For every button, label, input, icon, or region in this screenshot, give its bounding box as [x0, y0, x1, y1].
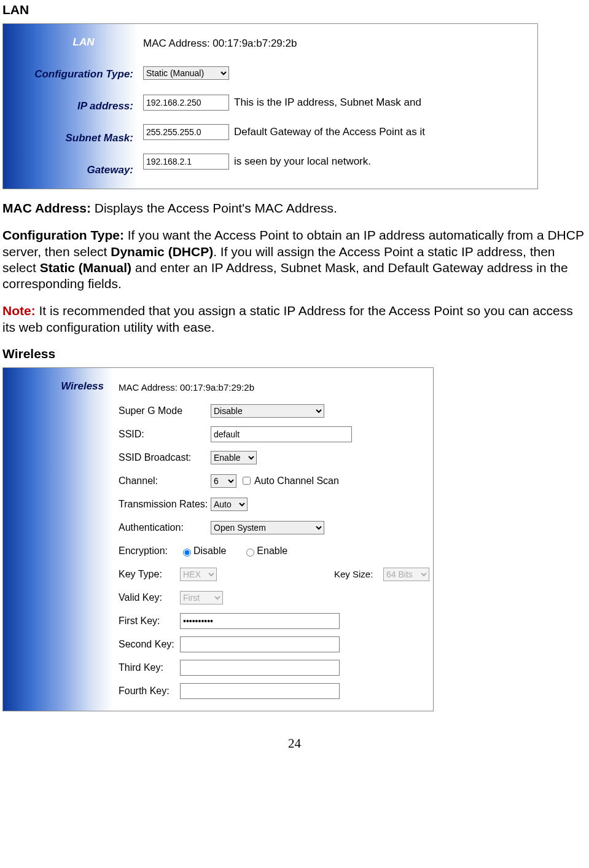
config-type-select[interactable]: Static (Manual)	[143, 66, 229, 80]
wireless-mac-text: MAC Address: 00:17:9a:b7:29:2b	[119, 382, 254, 393]
superg-label: Super G Mode	[119, 405, 211, 416]
subnet-mask-input[interactable]	[143, 124, 229, 140]
mac-address-text: Displays the Access Point's MAC Address.	[91, 201, 337, 215]
key-size-select: 64 Bits	[383, 568, 429, 581]
ip-address-input[interactable]	[143, 95, 229, 111]
wireless-sidebar-title: Wireless	[3, 374, 114, 399]
encryption-label: Encryption:	[119, 545, 180, 557]
wireless-section-heading: Wireless	[2, 346, 587, 361]
auth-select[interactable]: Open System	[211, 521, 324, 534]
lan-desc-2: Default Gateway of the Access Point as i…	[234, 126, 425, 138]
ssid-broadcast-select[interactable]: Enable	[211, 451, 257, 464]
fourth-key-label: Fourth Key:	[119, 686, 180, 697]
channel-select[interactable]: 6	[211, 474, 236, 488]
channel-label: Channel:	[119, 475, 211, 487]
ssid-input[interactable]	[211, 426, 352, 442]
config-type-paragraph: Configuration Type: If you want the Acce…	[2, 227, 587, 292]
mac-address-paragraph: MAC Address: Displays the Access Point's…	[2, 200, 587, 216]
first-key-input[interactable]	[180, 613, 340, 629]
valid-key-select: First	[180, 591, 223, 604]
fourth-key-input[interactable]	[180, 683, 340, 699]
third-key-label: Third Key:	[119, 662, 180, 673]
first-key-label: First Key:	[119, 616, 180, 627]
auth-label: Authentication:	[119, 522, 211, 533]
wireless-sidebar: Wireless	[3, 368, 114, 711]
lan-sidebar-title: LAN	[3, 30, 138, 55]
lan-panel: LAN Configuration Type: IP address: Subn…	[2, 23, 538, 189]
config-type-bold-1: Dynamic (DHCP)	[111, 244, 213, 259]
lan-mac-text: MAC Address: 00:17:9a:b7:29:2b	[143, 37, 297, 50]
page-number: 24	[2, 736, 587, 751]
key-size-label: Key Size:	[334, 569, 383, 579]
auto-channel-checkbox[interactable]	[243, 477, 251, 485]
second-key-input[interactable]	[180, 636, 340, 652]
note-paragraph: Note: It is recommended that you assign …	[2, 303, 587, 335]
lan-sidebar: LAN Configuration Type: IP address: Subn…	[3, 24, 138, 189]
note-text: It is recommended that you assign a stat…	[2, 303, 573, 334]
config-type-label: Configuration Type:	[2, 228, 124, 242]
ssid-label: SSID:	[119, 429, 211, 440]
note-label: Note:	[2, 303, 36, 318]
superg-select[interactable]: Disable	[211, 404, 324, 418]
encryption-disable-option[interactable]: Disable	[180, 545, 226, 557]
auto-channel-label: Auto Channel Scan	[254, 475, 339, 487]
lan-sidebar-gateway: Gateway:	[3, 158, 138, 182]
second-key-label: Second Key:	[119, 639, 180, 650]
valid-key-label: Valid Key:	[119, 592, 180, 603]
mac-address-label: MAC Address:	[2, 201, 91, 215]
lan-content: MAC Address: 00:17:9a:b7:29:2b Static (M…	[138, 24, 537, 189]
ssid-broadcast-label: SSID Broadcast:	[119, 452, 211, 463]
lan-desc-3: is seen by your local network.	[234, 155, 371, 168]
tx-rates-label: Transmission Rates:	[119, 499, 211, 510]
gateway-input[interactable]	[143, 154, 229, 170]
encryption-enable-option[interactable]: Enable	[243, 545, 287, 557]
wireless-content: MAC Address: 00:17:9a:b7:29:2b Super G M…	[114, 368, 433, 711]
third-key-input[interactable]	[180, 660, 340, 676]
encryption-enable-radio[interactable]	[246, 549, 254, 557]
lan-sidebar-ip: IP address:	[3, 94, 138, 119]
wireless-panel: Wireless MAC Address: 00:17:9a:b7:29:2b …	[2, 367, 434, 711]
config-type-bold-2: Static (Manual)	[40, 260, 131, 275]
key-type-select: HEX	[180, 568, 217, 581]
encryption-enable-text: Enable	[257, 545, 287, 556]
key-type-label: Key Type:	[119, 569, 180, 580]
encryption-disable-radio[interactable]	[183, 549, 191, 557]
lan-desc-1: This is the IP address, Subnet Mask and	[234, 96, 421, 109]
tx-rates-select[interactable]: Auto	[211, 498, 248, 511]
lan-sidebar-subnet: Subnet Mask:	[3, 126, 138, 151]
encryption-disable-text: Disable	[193, 545, 226, 556]
lan-section-heading: LAN	[2, 2, 587, 17]
lan-sidebar-cfgtype: Configuration Type:	[3, 62, 138, 87]
